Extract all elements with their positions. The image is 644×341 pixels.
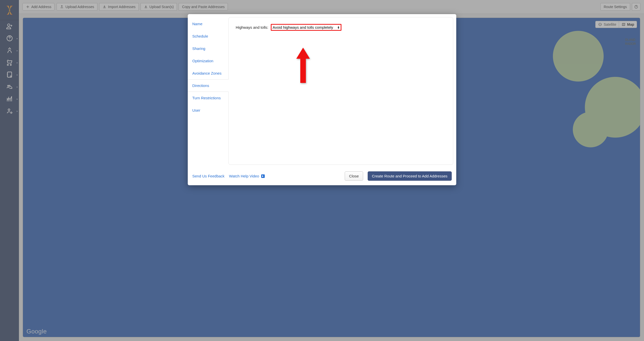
watch-video-label: Watch Help Video <box>229 174 259 178</box>
highways-tolls-highlight: Avoid highways and tolls completely ▲▼ <box>271 24 341 31</box>
create-route-button[interactable]: Create Route and Proceed to Add Addresse… <box>368 171 452 181</box>
tab-user[interactable]: User <box>188 104 229 116</box>
highways-tolls-label: Highways and tolls: <box>236 25 268 29</box>
highways-tolls-row: Highways and tolls: Avoid highways and t… <box>236 24 446 31</box>
tab-name[interactable]: Name <box>188 18 229 30</box>
arrow-up-icon <box>296 48 310 83</box>
highways-tolls-select[interactable]: Avoid highways and tolls completely <box>273 25 337 29</box>
settings-content: Highways and tolls: Avoid highways and t… <box>228 17 453 165</box>
route-settings-modal: Name Schedule Sharing Optimization Avoid… <box>188 14 456 185</box>
select-updown-icon: ▲▼ <box>337 26 340 29</box>
send-feedback-link[interactable]: Send Us Feedback <box>192 174 225 178</box>
tab-turn[interactable]: Turn Restrictions <box>188 92 229 104</box>
tab-optimization[interactable]: Optimization <box>188 55 229 67</box>
close-button[interactable]: Close <box>345 171 363 181</box>
tab-schedule[interactable]: Schedule <box>188 30 229 42</box>
settings-tabs: Name Schedule Sharing Optimization Avoid… <box>188 14 229 168</box>
watch-video-link[interactable]: Watch Help Video <box>229 174 265 178</box>
video-play-icon <box>261 174 265 178</box>
tab-directions[interactable]: Directions <box>188 79 229 92</box>
tab-sharing[interactable]: Sharing <box>188 42 229 55</box>
modal-footer: Send Us Feedback Watch Help Video Close … <box>188 168 456 185</box>
tab-avoidance[interactable]: Avoidance Zones <box>188 67 229 79</box>
attention-arrow <box>296 48 310 84</box>
